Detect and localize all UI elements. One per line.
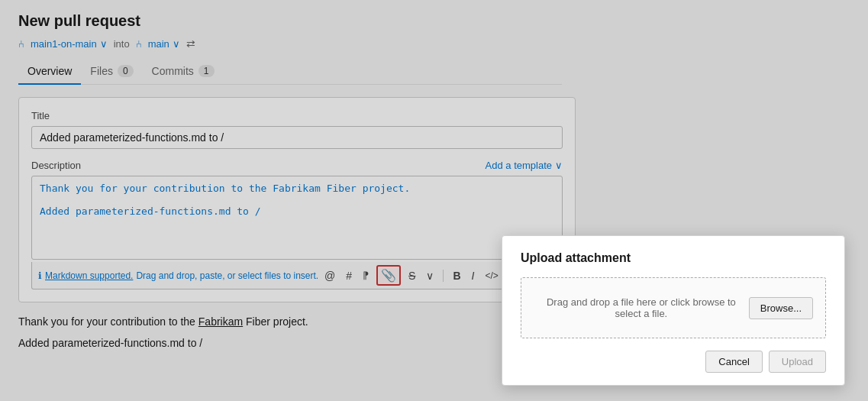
upload-dialog: Upload attachment Drag and drop a file h… — [502, 235, 845, 386]
cancel-button[interactable]: Cancel — [705, 351, 762, 373]
browse-button[interactable]: Browse... — [749, 297, 813, 319]
page-container: New pull request ⑃ main1-on-main ∨ into … — [0, 0, 868, 401]
upload-button[interactable]: Upload — [769, 351, 826, 373]
dialog-actions: Cancel Upload — [521, 351, 826, 373]
dialog-title: Upload attachment — [521, 251, 826, 265]
dialog-overlay: Upload attachment Drag and drop a file h… — [0, 0, 868, 401]
upload-drop-zone[interactable]: Drag and drop a file here or click brows… — [521, 277, 826, 338]
upload-zone-text: Drag and drop a file here or click brows… — [534, 296, 749, 319]
